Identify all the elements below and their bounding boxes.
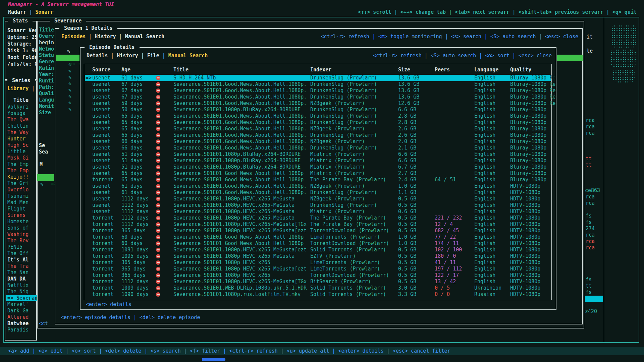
release-row[interactable]: usenet 59 days Severance.S01E01.Good.New… xyxy=(85,100,551,107)
series-list-item[interactable]: Sirens xyxy=(6,212,37,219)
series-list-item[interactable]: Homeste xyxy=(6,219,37,225)
release-row[interactable]: usenet 65 days Severance.S01E01.Good.New… xyxy=(85,132,551,138)
release-row[interactable]: torrent 365 days Severance S01E01 1080p … xyxy=(85,266,551,272)
release-language: English xyxy=(474,164,495,170)
release-row[interactable]: torrent 65 days Severance S01E01 Good Ne… xyxy=(85,177,551,183)
app-tab[interactable]: Radarr xyxy=(8,9,26,15)
series-list-item[interactable]: The Nan xyxy=(6,269,37,276)
series-list-item[interactable]: The Gri xyxy=(6,180,37,187)
release-row[interactable]: usenet 67 days Severance.S01E01.Good.New… xyxy=(85,87,551,94)
series-list-item[interactable]: Keijo!! xyxy=(6,174,37,180)
series-list-item[interactable]: Yosuga xyxy=(6,110,37,117)
release-row[interactable]: torrent 365 days Severance S01E01 1080p … xyxy=(85,259,551,266)
series-list-item[interactable]: The Off xyxy=(6,250,37,257)
season-modal-tab[interactable]: History xyxy=(86,34,116,40)
series-list-item[interactable]: Batwhee xyxy=(6,320,37,327)
series-list-item[interactable]: The Emp xyxy=(6,161,37,168)
series-list-item[interactable]: The Rev xyxy=(6,238,37,244)
series-panel: Series Library Title ValkyriYosugaThe Qw… xyxy=(5,80,37,341)
series-list-item[interactable]: The Emp xyxy=(6,168,37,174)
release-row[interactable]: torrent 365 days Severance S01E01 1080p … xyxy=(85,272,551,279)
season-modal-tab[interactable]: Manual Search xyxy=(116,34,165,40)
release-language: English xyxy=(474,113,495,119)
release-row[interactable]: usenet 67 days Severance.S01E01.Good.New… xyxy=(85,94,551,100)
series-list-item[interactable]: The Qwa xyxy=(6,117,37,123)
series-list-item[interactable]: Marvel' xyxy=(6,301,37,308)
series-list-item[interactable]: PEN15 xyxy=(6,244,37,250)
series-tab-library[interactable]: Library xyxy=(7,85,29,92)
series-list-item[interactable]: Valkyri xyxy=(6,104,37,110)
series-list-item[interactable]: Netflix xyxy=(6,282,37,289)
release-row[interactable]: usenet 61 days Severance.S01E01.Good.New… xyxy=(85,183,551,189)
rejected-icon xyxy=(156,260,160,265)
release-language: English xyxy=(474,247,495,253)
series-list-item[interactable]: Mask Gi xyxy=(6,155,37,161)
release-row[interactable]: usenet 65 days Severance.S01E01.Good.New… xyxy=(85,113,551,119)
release-row[interactable]: torrent 60 days Severance S01E01 Good Ne… xyxy=(85,240,551,247)
release-row[interactable]: usenet 1112 days Severance.S01E01.1080p.… xyxy=(85,202,551,208)
series-list-item[interactable]: The Way xyxy=(6,129,37,136)
release-row[interactable]: usenet 66 days Severance.S01E01.Good.New… xyxy=(85,145,551,151)
release-row[interactable]: torrent 1091 days Severance.S01E01.1080p… xyxy=(85,247,551,253)
release-row[interactable]: torrent 60 days Severance S01E01 Good Ne… xyxy=(85,234,551,240)
release-row[interactable]: torrent 365 days Severance S01E01 1080p … xyxy=(85,228,551,234)
release-indexer: DrunkenSlug (Prowlarr) xyxy=(310,75,377,81)
release-row[interactable]: torrent 1095 days Severance S01E01 1080p… xyxy=(85,253,551,259)
series-list-item[interactable]: The Tra xyxy=(6,263,37,269)
release-row[interactable]: usenet 66 days Severance.S01E01.Good.New… xyxy=(85,138,551,145)
series-list-item[interactable]: Dark Ga xyxy=(6,308,37,314)
series-list-item[interactable]: Flight xyxy=(6,206,37,212)
release-row[interactable]: torrent 1090 days Severance.S01E01.1080p… xyxy=(85,291,551,298)
release-language: English xyxy=(474,119,495,126)
release-row[interactable]: => usenet 61 days S-HD.H.264-NTb Drunken… xyxy=(85,75,551,81)
episode-modal-tab[interactable]: Manual Search xyxy=(159,53,208,59)
episode-modal-tab[interactable]: File xyxy=(138,53,159,59)
release-row[interactable]: usenet 51 days Severance.S01E01.1080p.Bl… xyxy=(85,151,551,158)
release-row[interactable]: usenet 1112 days Severance.S01E01.1080p.… xyxy=(85,208,551,215)
release-source: torrent xyxy=(92,266,113,272)
release-row[interactable]: torrent 1112 days Severance S01E01 1080p… xyxy=(85,215,551,221)
series-list-item[interactable]: Overflo xyxy=(6,187,37,193)
release-row[interactable]: usenet 67 days Severance.S01E01.Good.New… xyxy=(85,81,551,87)
season-modal-tab[interactable]: Episodes xyxy=(61,34,86,40)
release-row[interactable]: torrent 1009 days Severance.S01E01.WEB-D… xyxy=(85,285,551,291)
series-list-item[interactable]: Chillin xyxy=(6,123,37,129)
series-list-item[interactable]: DAN DA xyxy=(6,276,37,282)
release-row[interactable]: usenet 50 days Severance.S01E01.1080p.Bl… xyxy=(85,107,551,113)
release-row[interactable]: usenet 51 days Severance.S01E01.1080p.Bl… xyxy=(85,164,551,170)
release-title: Severance.S01E01.Good.News.About.Hell.10… xyxy=(173,100,307,107)
release-row[interactable]: torrent 1112 days Severance.S01E01.1080p… xyxy=(85,221,551,228)
series-list-item[interactable]: Tsunami xyxy=(6,193,37,199)
series-list-item[interactable]: Paradis xyxy=(6,327,37,333)
series-list-item[interactable]: Washing xyxy=(6,231,37,238)
release-row[interactable]: usenet 51 days Severance.S01E01.1080p.Bl… xyxy=(85,158,551,164)
selected-season-row-fragment[interactable]: => S xyxy=(37,174,54,181)
series-list-item[interactable]: => Severan xyxy=(6,295,37,301)
release-language: English xyxy=(474,189,495,196)
series-list: ValkyriYosugaThe QwaChillinThe WayHunter… xyxy=(6,104,37,333)
series-list-item[interactable]: Hunter xyxy=(6,136,37,142)
release-row[interactable]: usenet 61 days Severance.S01E01.Good.New… xyxy=(85,189,551,196)
release-quality: HDTV-1080p xyxy=(510,240,540,247)
series-list-item[interactable]: It's Al xyxy=(6,257,37,263)
release-language: English xyxy=(474,208,495,215)
release-age: 51 days xyxy=(121,164,143,170)
series-list-item[interactable]: Altered xyxy=(6,314,37,320)
series-list-item[interactable]: Mad Men xyxy=(6,199,37,206)
release-row[interactable]: torrent 1112 days Severance.S01E01.1080p… xyxy=(85,279,551,285)
series-list-item[interactable]: Little xyxy=(6,148,37,155)
series-list-item[interactable]: Sons of xyxy=(6,225,37,231)
series-list-item[interactable]: High Sc xyxy=(6,142,37,148)
selected-episode-row-left-sliver[interactable]: => ✎ xyxy=(56,55,79,61)
release-row[interactable]: usenet 65 days Severance S01E01 Good New… xyxy=(85,170,551,177)
release-row[interactable]: usenet 65 days Severance.S01E01.Good.New… xyxy=(85,126,551,132)
series-list-item[interactable]: The Nig xyxy=(6,289,37,295)
release-title: Severance.S01E01.1080p.HEVC.x265-MeGusta… xyxy=(173,221,307,228)
release-size: 0.5 GB xyxy=(398,202,416,208)
release-quality: Bluray-1080p xyxy=(510,107,546,113)
release-row[interactable]: usenet 1112 days Severance.S01E01.1080p.… xyxy=(85,196,551,202)
app-tab[interactable]: Sonarr xyxy=(26,9,53,15)
episode-modal-tab[interactable]: History xyxy=(108,53,138,59)
release-row[interactable]: usenet 65 days Severance.S01E01.Good.New… xyxy=(85,119,551,126)
episode-modal-tab[interactable]: Details xyxy=(87,53,108,59)
